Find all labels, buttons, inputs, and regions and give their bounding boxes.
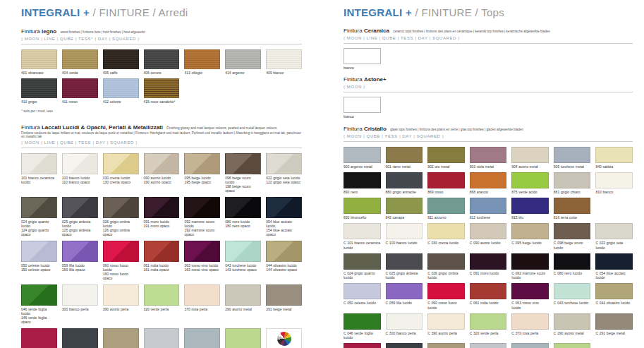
swatch-label: C 101 bianco ceramica lucido	[344, 241, 381, 250]
swatch-label: 044 olivastro lucido144 olivastro opaco	[266, 263, 302, 272]
swatch-label: C 092 marrone scuro lucido	[511, 271, 549, 280]
swatch-901-rame-metal: 901 rame metal	[386, 147, 423, 169]
swatch-c-370-rosa-perla: C 370 rosa perla	[511, 313, 549, 340]
swatch-881-grigio-chiaro: 881 grigio chiaro	[554, 172, 591, 194]
color-sample	[21, 328, 57, 348]
color-sample	[595, 253, 633, 270]
swatch-c-240-verde-salvia-metal: C 240 verde salvia metal	[554, 343, 591, 348]
swatch-c-230-rubino-metal: C 230 rubino metal	[344, 343, 381, 348]
swatch-label: 875 verde acido	[511, 190, 549, 194]
swatch-label: 291 beige metal	[266, 307, 302, 311]
color-sample	[344, 313, 381, 330]
models-list: ( MOON | LINE | QUBE | TESS | DAY | SQUA…	[344, 36, 633, 40]
swatch-label: 900 argento metal	[344, 164, 381, 169]
color-sample	[144, 49, 180, 69]
color-sample	[344, 223, 381, 239]
swatch-label: C 044 olivastro lucido	[595, 301, 633, 305]
swatch-label: C 050 celeste lucido	[344, 301, 381, 305]
swatch-868-arancio: 868 arancio	[470, 172, 507, 194]
color-sample	[427, 198, 465, 214]
swatch-label: 404 corda	[62, 71, 98, 75]
swatch-815-blu: 815 blu	[511, 198, 549, 220]
ceramica-swatch-grid: bianco	[344, 48, 633, 70]
swatch-label: 413 ciliegio	[184, 71, 220, 75]
swatch-404-corda: 404 corda	[62, 49, 98, 75]
tops-panel: INTEGRALI + / FINITURE / Tops Finitura C…	[344, 0, 633, 348]
color-sample	[344, 283, 381, 299]
swatch-902-oro-metal: 902 oro metal	[427, 147, 465, 169]
color-sample	[386, 343, 423, 348]
swatch-080-nero-lucido: 080 nero lucido180 nero opaco	[225, 197, 261, 237]
swatch-label: C 100 bianco lucido	[386, 241, 423, 245]
swatch-label: 091 moro lucido191 moro opaco	[144, 220, 180, 229]
swatch-022-grigio-seta-lucido: 022 grigio seta lucido122 grigio seta op…	[266, 153, 302, 193]
section-header: Finitura Astone+ ( MOON )	[344, 76, 633, 92]
swatch-label: 401 sbiancato	[21, 71, 57, 75]
color-sample	[427, 253, 465, 270]
swatch-816-terra-cotta: 816 terra cotta	[554, 198, 591, 220]
color-sample	[554, 198, 591, 214]
color-sample	[470, 147, 507, 163]
swatch-label: 902 oro metal	[427, 164, 465, 169]
swatch-030-crema-lucido: 030 crema lucido130 crema opaco	[103, 153, 139, 193]
color-sample	[427, 147, 465, 163]
color-sample	[595, 313, 633, 330]
swatch-098-beige-scuro-lucido: 098 beige scuro lucido198 beige scuro op…	[225, 153, 261, 193]
color-sample	[266, 197, 302, 218]
swatch-label: C 054 blue acciaio lucido	[595, 271, 633, 280]
swatch-label: C 063 rosso vino lucido	[511, 301, 549, 310]
swatch-label: C 026 grigio ombra lucido	[427, 271, 465, 280]
swatch-240-verde-salvia-metal: 240 verde salvia metal	[225, 328, 261, 348]
swatch-label: C 095 beige lucido	[511, 241, 549, 245]
color-sample	[184, 241, 220, 262]
swatch-c-030-crema-lucido: C 030 crema lucido	[427, 223, 465, 250]
section-name: Ceramica	[364, 28, 389, 34]
color-sample	[62, 328, 98, 348]
color-sample	[144, 153, 180, 174]
swatch-label: 905 turchese metal	[554, 164, 591, 169]
swatch-c-320-verde-perla: C 320 verde perla	[470, 313, 507, 340]
swatch-903-viola-metal: 903 viola metal	[470, 147, 507, 169]
swatch-412-celeste: 412 celeste	[103, 78, 139, 104]
swatch-091-moro-lucido: 091 moro lucido191 moro opaco	[144, 197, 180, 237]
swatch-060-rosso-fuoco-lucido: 060 rosso fuoco lucido160 rosso fuoco op…	[103, 241, 139, 281]
swatch-label: 415 noce canaletto°	[144, 100, 180, 104]
swatch-label: 830 limoncello	[344, 215, 381, 220]
swatch-label: 815 blu	[511, 215, 549, 220]
swatch-label: 090 avorio lucido190 avorio opaco	[144, 176, 180, 185]
swatch-label: 411 rosso	[62, 100, 98, 104]
color-sample	[184, 284, 220, 306]
color-sample	[386, 253, 423, 270]
color-sample	[427, 223, 465, 239]
swatch-label: 904 avorio metal	[511, 164, 549, 169]
swatch-830-limoncello: 830 limoncello	[344, 198, 381, 220]
swatch-c-092-marrone-scuro-lucido: C 092 marrone scuro lucido	[511, 253, 549, 280]
color-sample	[184, 197, 220, 218]
color-sample	[554, 343, 591, 348]
swatch-label: C 091 moro lucido	[470, 271, 507, 275]
swatch-label: 412 celeste	[103, 100, 139, 104]
swatch-label: 410 grigio	[21, 100, 57, 104]
swatch-904-avorio-metal: 904 avorio metal	[511, 147, 549, 169]
swatch-050-celeste-lucido: 050 celeste lucido150 celeste opaco	[21, 241, 57, 281]
swatch-c-022-grigio-seta-lucido: C 022 grigio seta lucido	[595, 223, 633, 250]
swatch-409-bianco: 409 bianco	[266, 49, 302, 75]
swatch-222-grigio-antra-metal: 222 grigio antra metal	[62, 328, 98, 348]
swatch-label: C 046 verde foglia lucido	[344, 331, 381, 340]
swatch-101-bianco-ceramica-lucido: 101 bianco ceramica lucido	[21, 153, 57, 193]
swatch-c-054-blue-acciaio-lucido: C 054 blue acciaio lucido	[595, 253, 633, 280]
color-sample	[184, 328, 220, 348]
swatch-label: 880 grigio antracite	[386, 190, 423, 194]
section-header: Finitura Laccati Lucidi & Opachi, Perlat…	[21, 124, 302, 148]
swatch-250-turchese-metal: 250 turchese metal	[184, 328, 220, 348]
swatch-c-098-beige-scuro-lucido: C 098 beige scuro lucido	[554, 223, 591, 250]
color-sample	[266, 284, 302, 306]
color-sample	[103, 197, 139, 218]
swatch-869-rosso: 869 rosso	[427, 172, 465, 194]
swatch-c-061-india-lucido: C 061 india lucido	[470, 283, 507, 310]
section-name: legno	[42, 28, 56, 35]
swatch-label: 043 turchese lucido143 turchese opaco	[225, 263, 261, 272]
swatch-413-ciliegio: 413 ciliegio	[184, 49, 220, 75]
color-sample	[266, 328, 302, 348]
swatch-label: 370 rosa perla	[184, 307, 220, 311]
